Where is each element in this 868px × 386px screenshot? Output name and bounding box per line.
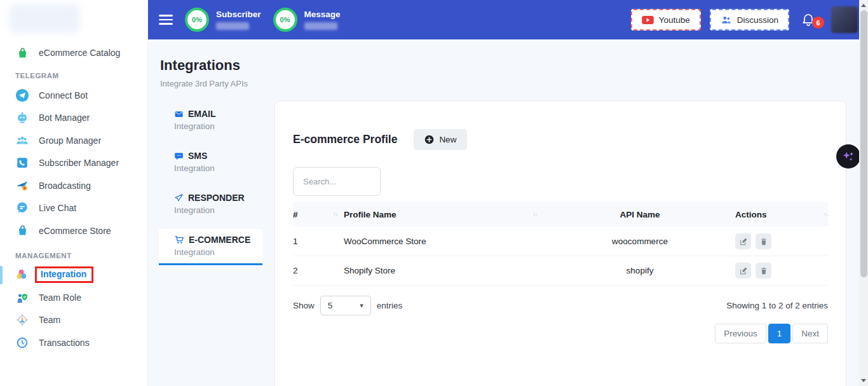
notifications-bell[interactable]: 6 <box>801 12 816 27</box>
search-input[interactable] <box>293 167 381 196</box>
sidebar-item-subscriber-manager[interactable]: Subscriber Manager <box>0 152 147 175</box>
sidebar-item-broadcasting[interactable]: Broadcasting <box>0 174 147 197</box>
column-header-profile-name[interactable]: Profile Name <box>344 210 397 219</box>
scrollbar[interactable] <box>859 0 868 386</box>
edit-pencil-icon <box>739 266 748 275</box>
sidebar-section-telegram: TELEGRAM <box>15 72 147 79</box>
sidebar-item-label: Live Chat <box>39 203 76 213</box>
table-row: 2 Shopify Store shopify <box>293 256 828 286</box>
chat-bubble-icon <box>15 201 29 215</box>
pagination-next-button[interactable]: Next <box>792 324 828 343</box>
column-header-num[interactable]: # <box>293 210 298 219</box>
profile-name-cell: WooCommerce Store <box>344 237 426 246</box>
broadcast-plane-icon <box>15 179 29 193</box>
subscriber-stat: 0% Subscriber <box>185 8 261 32</box>
edit-pencil-icon <box>739 237 748 246</box>
subnav-title: E-COMMERCE <box>189 235 250 245</box>
cart-icon <box>174 235 184 245</box>
youtube-button[interactable]: Youtube <box>631 9 701 31</box>
api-name-cell: woocommerce <box>545 237 735 246</box>
sidebar-item-team-role[interactable]: Team Role <box>0 286 147 309</box>
trash-icon <box>759 237 768 246</box>
subnav-subtitle: Integration <box>174 205 262 215</box>
subnav-sms-integration[interactable]: SMS Integration <box>159 145 262 179</box>
sidebar-item-group-manager[interactable]: Group Manager <box>0 129 147 152</box>
profile-name-cell: Shopify Store <box>344 266 395 275</box>
subnav-subtitle: Integration <box>174 247 262 257</box>
sparkles-icon <box>841 149 855 163</box>
hamburger-menu-icon[interactable] <box>159 12 173 27</box>
sidebar-item-label: Subscriber Manager <box>39 158 119 168</box>
pagination-previous-button[interactable]: Previous <box>715 324 766 343</box>
sidebar-item-team[interactable]: Team <box>0 309 147 332</box>
edit-button[interactable] <box>735 263 751 279</box>
subscriber-progress-ring: 0% <box>185 8 209 32</box>
subnav-responder-integration[interactable]: RESPONDER Integration <box>159 187 262 221</box>
delete-button[interactable] <box>756 263 771 279</box>
column-header-actions[interactable]: Actions <box>735 210 767 219</box>
sidebar-item-label: Group Manager <box>39 135 101 146</box>
youtube-icon <box>642 16 654 24</box>
sidebar-item-label: Bot Manager <box>39 113 90 123</box>
topbar: 0% Subscriber 0% Message Youtube Discuss… <box>148 0 868 39</box>
sidebar-item-label: eCommerce Catalog <box>39 48 120 58</box>
people-group-icon <box>15 134 29 148</box>
sms-bubble-icon <box>174 151 184 161</box>
card-title: E-commerce Profile <box>293 133 397 146</box>
sort-icon[interactable]: ↑↓ <box>824 211 828 217</box>
column-header-api-name[interactable]: API Name <box>545 210 735 219</box>
subnav-email-integration[interactable]: EMAIL Integration <box>159 103 262 137</box>
robot-icon <box>15 111 29 125</box>
telegram-icon <box>15 88 29 102</box>
subnav-ecommerce-integration[interactable]: E-COMMERCE Integration <box>159 229 262 265</box>
contact-book-icon <box>15 156 29 170</box>
sidebar-item-live-chat[interactable]: Live Chat <box>0 197 147 220</box>
sidebar-item-integration[interactable]: Integration <box>0 264 147 287</box>
page-title: Integrations <box>160 57 868 74</box>
page-size-select[interactable]: 5 ▾ <box>320 296 371 315</box>
subnav-title: EMAIL <box>188 109 216 119</box>
api-name-cell: shopify <box>545 266 735 275</box>
page-subtitle: Integrate 3rd Party APIs <box>160 79 868 88</box>
new-profile-button[interactable]: New <box>414 129 467 150</box>
scroll-up-arrow-icon[interactable] <box>861 4 866 7</box>
youtube-button-label: Youtube <box>659 15 690 25</box>
entries-label: entries <box>377 301 403 310</box>
ai-assistant-fab[interactable] <box>836 144 860 169</box>
subnav-title: SMS <box>188 151 207 161</box>
sidebar-item-connect-bot[interactable]: Connect Bot <box>0 84 147 107</box>
sidebar-item-label-active: Integration <box>35 266 93 283</box>
pagination-page-1-button[interactable]: 1 <box>768 324 791 343</box>
sidebar-item-transactions[interactable]: Transactions <box>0 331 147 354</box>
subnav-subtitle: Integration <box>174 121 262 131</box>
sort-icon[interactable]: ↑↓ <box>532 211 537 217</box>
discussion-button[interactable]: Discussion <box>710 9 789 31</box>
sort-icon[interactable]: ↑↓ <box>333 211 337 217</box>
sidebar-item-label: Transactions <box>39 338 90 348</box>
sidebar-item-ecommerce-catalog[interactable]: eCommerce Catalog <box>0 43 147 62</box>
scroll-down-arrow-icon[interactable] <box>861 379 866 382</box>
shopping-bag-green-icon <box>15 46 29 60</box>
scrollbar-thumb[interactable] <box>860 10 867 277</box>
palette-circles-icon <box>15 268 29 282</box>
row-number: 1 <box>293 237 298 246</box>
plus-circle-icon <box>424 135 434 144</box>
integration-subnav: EMAIL Integration SMS Integration <box>159 100 262 265</box>
send-plane-icon <box>174 193 184 203</box>
table-header-row: # ↑↓ Profile Name ↑↓ API Name Actions ↑↓ <box>293 202 828 227</box>
sidebar-item-label: eCommerce Store <box>39 226 111 236</box>
sidebar-item-ecommerce-store[interactable]: eCommerce Store <box>0 219 147 242</box>
user-avatar[interactable] <box>831 6 858 33</box>
ecommerce-profile-card: E-commerce Profile New # ↑↓ Profile Name… <box>275 100 846 386</box>
entries-summary: Showing 1 to 2 of 2 entries <box>726 301 828 310</box>
page-size-value: 5 <box>328 301 333 310</box>
gear-person-icon <box>15 313 29 327</box>
edit-button[interactable] <box>735 233 751 249</box>
table-row: 1 WooCommerce Store woocommerce <box>293 227 828 256</box>
message-progress-ring: 0% <box>273 8 297 32</box>
sidebar-item-label: Team Role <box>39 293 81 303</box>
sidebar-item-bot-manager[interactable]: Bot Manager <box>0 107 147 130</box>
delete-button[interactable] <box>756 233 771 249</box>
sidebar-item-label: Team <box>39 315 60 325</box>
trash-icon <box>759 266 768 275</box>
